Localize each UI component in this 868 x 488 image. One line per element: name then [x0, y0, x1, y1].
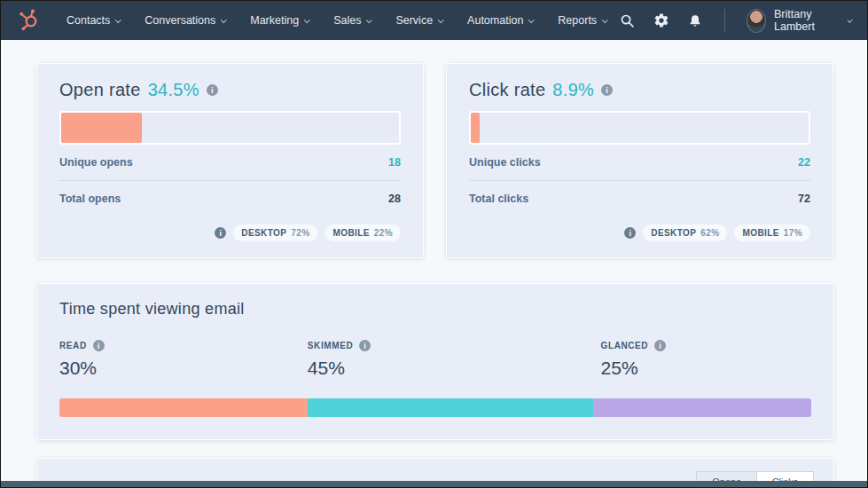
total-clicks-label: Total clicks: [469, 193, 528, 205]
nav-item-conversations[interactable]: Conversations: [132, 1, 238, 40]
time-spent-title: Time spent viewing email: [59, 300, 811, 319]
open-device-breakdown: i DESKTOP72% MOBILE22%: [59, 224, 401, 241]
glanced-bar-segment: [593, 398, 811, 417]
unique-opens-label: Unique opens: [59, 156, 133, 169]
time-spent-card: Time spent viewing email READi 30% SKIMM…: [36, 283, 834, 440]
chevron-down-icon: [847, 17, 853, 23]
chevron-down-icon: [528, 17, 535, 23]
chevron-down-icon: [438, 17, 444, 23]
open-rate-progress-fill: [61, 113, 142, 143]
nav-item-contacts[interactable]: Contacts: [54, 1, 132, 40]
mobile-badge: MOBILE17%: [734, 224, 810, 241]
skimmed-value: 45%: [308, 358, 371, 379]
unique-clicks-row: Unique clicks 22: [469, 145, 810, 180]
total-opens-row: Total opens 28: [59, 180, 401, 216]
main-menu: Contacts Conversations Marketing Sales S…: [54, 1, 619, 40]
total-clicks-value: 72: [798, 193, 810, 205]
glanced-label-group: GLANCEDi 25%: [601, 340, 667, 379]
nav-right-section: Brittany Lambert: [619, 8, 851, 33]
total-clicks-row: Total clicks 72: [469, 180, 810, 216]
total-opens-label: Total opens: [59, 193, 121, 205]
mobile-label: MOBILE: [742, 228, 778, 238]
chevron-down-icon: [602, 17, 608, 23]
chevron-down-icon: [366, 17, 372, 23]
nav-item-label: Automation: [467, 14, 523, 27]
open-rate-progress-track: [59, 111, 401, 145]
glanced-label: GLANCED: [601, 341, 649, 350]
desktop-value: 62%: [700, 228, 719, 238]
time-spent-stacked-bar: [59, 398, 811, 417]
nav-item-service[interactable]: Service: [383, 1, 455, 40]
nav-item-automation[interactable]: Automation: [455, 1, 545, 40]
nav-item-marketing[interactable]: Marketing: [238, 1, 321, 40]
settings-gear-icon[interactable]: [653, 11, 669, 30]
notifications-bell-icon[interactable]: [687, 11, 703, 30]
time-spent-labels: READi 30% SKIMMEDi 45% GLANCEDi 25%: [59, 340, 811, 398]
click-rate-title: Click rate: [469, 80, 545, 100]
app-frame: Contacts Conversations Marketing Sales S…: [0, 0, 868, 488]
nav-item-label: Contacts: [66, 14, 110, 27]
desktop-badge: DESKTOP62%: [643, 224, 727, 241]
total-opens-value: 28: [388, 193, 401, 205]
user-menu[interactable]: Brittany Lambert: [747, 8, 851, 33]
nav-item-reports[interactable]: Reports: [545, 1, 619, 40]
click-device-breakdown: i DESKTOP62% MOBILE17%: [469, 224, 810, 241]
open-rate-card: Open rate 34.5% i Unique opens 18 Total …: [36, 63, 424, 258]
desktop-badge: DESKTOP72%: [233, 224, 317, 241]
user-name: Brittany Lambert: [774, 8, 840, 33]
user-avatar: [747, 9, 766, 33]
nav-item-label: Sales: [333, 14, 361, 27]
info-icon[interactable]: i: [215, 227, 226, 239]
desktop-label: DESKTOP: [651, 228, 696, 238]
nav-item-sales[interactable]: Sales: [321, 1, 383, 40]
info-icon[interactable]: i: [601, 84, 613, 96]
desktop-value: 72%: [291, 228, 309, 238]
read-value: 30%: [59, 358, 105, 379]
open-rate-value: 34.5%: [148, 80, 199, 100]
desktop-label: DESKTOP: [241, 228, 286, 238]
unique-clicks-value[interactable]: 22: [798, 156, 810, 169]
click-rate-value: 8.9%: [552, 80, 594, 100]
top-nav: Contacts Conversations Marketing Sales S…: [1, 1, 867, 40]
click-rate-progress-track: [469, 111, 810, 145]
info-icon[interactable]: i: [207, 84, 218, 96]
nav-item-label: Reports: [558, 14, 597, 27]
skimmed-bar-segment: [308, 398, 593, 417]
click-rate-card: Click rate 8.9% i Unique clicks 22 Total…: [446, 63, 833, 258]
mobile-value: 17%: [784, 228, 802, 238]
unique-opens-row: Unique opens 18: [59, 145, 401, 180]
click-rate-progress-fill: [471, 113, 480, 143]
nav-item-label: Conversations: [145, 14, 215, 27]
glanced-value: 25%: [601, 358, 667, 379]
mobile-badge: MOBILE22%: [325, 224, 401, 241]
info-icon[interactable]: i: [359, 340, 371, 351]
read-bar-segment: [59, 398, 308, 417]
nav-item-label: Service: [395, 14, 433, 27]
info-icon[interactable]: i: [654, 340, 666, 351]
info-icon[interactable]: i: [93, 340, 105, 351]
search-icon[interactable]: [619, 11, 635, 30]
bottom-edge-strip: [1, 481, 867, 487]
nav-item-label: Marketing: [250, 14, 299, 27]
chevron-down-icon: [115, 17, 121, 23]
info-icon[interactable]: i: [624, 227, 636, 239]
mobile-label: MOBILE: [332, 228, 369, 238]
nav-divider: [724, 9, 725, 32]
hubspot-logo-icon[interactable]: [19, 9, 40, 32]
skimmed-label-group: SKIMMEDi 45%: [308, 340, 371, 379]
click-rate-title-row: Click rate 8.9% i: [469, 80, 810, 100]
open-rate-title: Open rate: [59, 80, 141, 100]
read-label: READ: [59, 341, 87, 350]
mobile-value: 22%: [374, 228, 393, 238]
unique-clicks-label: Unique clicks: [469, 156, 541, 169]
main-content: Open rate 34.5% i Unique opens 18 Total …: [1, 40, 867, 482]
chevron-down-icon: [304, 17, 310, 23]
open-rate-title-row: Open rate 34.5% i: [59, 80, 401, 100]
chevron-down-icon: [221, 17, 227, 23]
unique-opens-value[interactable]: 18: [388, 156, 401, 169]
skimmed-label: SKIMMED: [308, 341, 353, 350]
read-label-group: READi 30%: [59, 340, 105, 379]
